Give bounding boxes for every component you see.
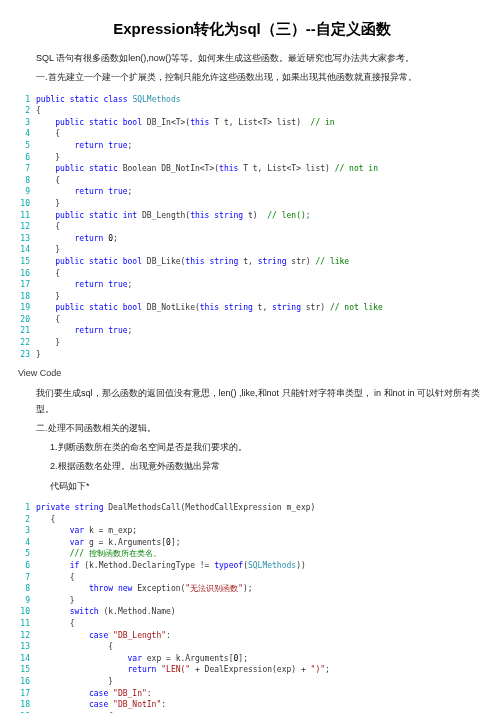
line-number: 15 [18, 256, 36, 268]
line-number: 13 [18, 233, 36, 245]
code-line: 14 } [18, 244, 486, 256]
code-content: public static class SQLMethods [36, 94, 486, 106]
line-number: 7 [18, 163, 36, 175]
code-content: if (k.Method.DeclaringType != typeof(SQL… [36, 560, 486, 572]
code-content: private string DealMethodsCall(MethodCal… [36, 502, 486, 514]
line-number: 12 [18, 221, 36, 233]
line-number: 22 [18, 337, 36, 349]
line-number: 15 [18, 664, 36, 676]
code-line: 10 switch (k.Method.Name) [18, 606, 486, 618]
line-number: 9 [18, 595, 36, 607]
code-content: { [36, 221, 486, 233]
code-line: 3 public static bool DB_In<T>(this T t, … [18, 117, 486, 129]
code-content: } [36, 676, 486, 688]
code-line: 13 { [18, 641, 486, 653]
code-line: 11 { [18, 618, 486, 630]
code-content: return true; [36, 325, 486, 337]
code-content: { [36, 514, 486, 526]
mid-paragraph-1: 我们要生成sql，那么函数的返回值没有意思，len() ,like,和not 只… [36, 386, 486, 417]
line-number: 13 [18, 641, 36, 653]
code-line: 13 return 0; [18, 233, 486, 245]
code-content: case "DB_NotIn": [36, 699, 486, 711]
code-content: return true; [36, 279, 486, 291]
line-number: 4 [18, 128, 36, 140]
code-content: { [36, 618, 486, 630]
line-number: 10 [18, 606, 36, 618]
code-content: public static int DB_Length(this string … [36, 210, 486, 222]
line-number: 1 [18, 502, 36, 514]
code-content: var exp = k.Arguments[0]; [36, 653, 486, 665]
line-number: 3 [18, 525, 36, 537]
code-content: case "DB_In": [36, 688, 486, 700]
code-content: } [36, 152, 486, 164]
code-line: 21 return true; [18, 325, 486, 337]
code-line: 10 } [18, 198, 486, 210]
line-number: 21 [18, 325, 36, 337]
code-content: return true; [36, 186, 486, 198]
line-number: 9 [18, 186, 36, 198]
code-line: 8 { [18, 175, 486, 187]
code-content: var g = k.Arguments[0]; [36, 537, 486, 549]
code-content: /// 控制函数所在类名。 [36, 548, 486, 560]
code-line: 11 public static int DB_Length(this stri… [18, 210, 486, 222]
substep-1: 1.判断函数所在类的命名空间是否是我们要求的。 [50, 440, 486, 455]
line-number: 18 [18, 291, 36, 303]
code-line: 15 public static bool DB_Like(this strin… [18, 256, 486, 268]
code-line: 9 return true; [18, 186, 486, 198]
code-line: 14 var exp = k.Arguments[0]; [18, 653, 486, 665]
code-content: } [36, 337, 486, 349]
line-number: 23 [18, 349, 36, 361]
code-line: 18 case "DB_NotIn": [18, 699, 486, 711]
code-content: public static bool DB_NotLike(this strin… [36, 302, 486, 314]
code-content: } [36, 244, 486, 256]
line-number: 2 [18, 105, 36, 117]
code-content: return 0; [36, 233, 486, 245]
code-line: 15 return "LEN(" + DealExpression(exp) +… [18, 664, 486, 676]
code-line: 12 case "DB_Length": [18, 630, 486, 642]
line-number: 14 [18, 244, 36, 256]
code-content: { [36, 268, 486, 280]
code-content: { [36, 128, 486, 140]
code-line: 16 } [18, 676, 486, 688]
line-number: 2 [18, 514, 36, 526]
code-line: 6 if (k.Method.DeclaringType != typeof(S… [18, 560, 486, 572]
code-line: 17 return true; [18, 279, 486, 291]
code-line: 1private string DealMethodsCall(MethodCa… [18, 502, 486, 514]
code-line: 12 { [18, 221, 486, 233]
code-line: 19 public static bool DB_NotLike(this st… [18, 302, 486, 314]
code-line: 7 { [18, 572, 486, 584]
page-title: Expression转化为sql（三）--自定义函数 [18, 20, 486, 39]
step-1-heading: 一.首先建立一个建一个扩展类，控制只能允许这些函数出现，如果出现其他函数就直接报… [36, 70, 486, 85]
line-number: 8 [18, 175, 36, 187]
line-number: 10 [18, 198, 36, 210]
code-content: case "DB_Length": [36, 630, 486, 642]
code-block-2: 1private string DealMethodsCall(MethodCa… [18, 502, 486, 713]
code-content: public static bool DB_Like(this string t… [36, 256, 486, 268]
code-line: 1public static class SQLMethods [18, 94, 486, 106]
line-number: 7 [18, 572, 36, 584]
line-number: 11 [18, 618, 36, 630]
line-number: 4 [18, 537, 36, 549]
code-content: } [36, 198, 486, 210]
code-line: 8 throw new Exception("无法识别函数"); [18, 583, 486, 595]
code-line: 4 { [18, 128, 486, 140]
view-code-label: View Code [18, 368, 486, 378]
line-number: 5 [18, 140, 36, 152]
code-line: 2{ [18, 105, 486, 117]
code-content: public static bool DB_In<T>(this T t, Li… [36, 117, 486, 129]
code-line: 5 return true; [18, 140, 486, 152]
code-content: return "LEN(" + DealExpression(exp) + ")… [36, 664, 486, 676]
line-number: 16 [18, 268, 36, 280]
code-line: 23} [18, 349, 486, 361]
code-content: { [36, 572, 486, 584]
line-number: 12 [18, 630, 36, 642]
code-content: } [36, 291, 486, 303]
code-content: return true; [36, 140, 486, 152]
code-block-1: 1public static class SQLMethods2{3 publi… [18, 94, 486, 361]
line-number: 17 [18, 688, 36, 700]
code-content: throw new Exception("无法识别函数"); [36, 583, 486, 595]
code-line: 6 } [18, 152, 486, 164]
code-line: 3 var k = m_exp; [18, 525, 486, 537]
line-number: 6 [18, 152, 36, 164]
code-content: } [36, 595, 486, 607]
